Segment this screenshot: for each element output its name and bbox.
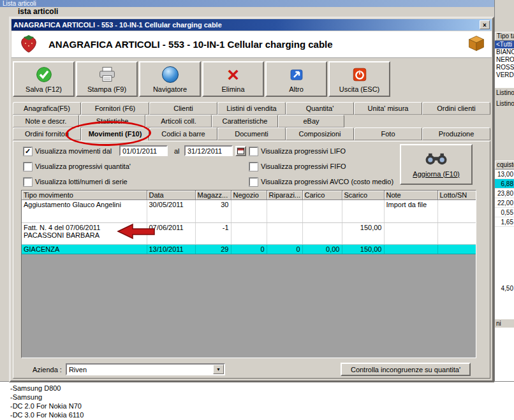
- list-item[interactable]: -DC 2.0 For Nokia N70: [10, 402, 514, 410]
- printer-icon: [98, 65, 117, 84]
- elimina-button[interactable]: × Elimina: [202, 61, 264, 97]
- delete-x-icon: ×: [227, 65, 239, 84]
- aggiorna-button[interactable]: Aggiorna (F10): [400, 144, 473, 185]
- column-header[interactable]: Riparazi...: [267, 191, 302, 199]
- price-cell-selected: 6,88: [495, 179, 514, 189]
- tab-fornitori[interactable]: Fornitori (F6): [81, 102, 149, 115]
- tab-articoli-coll[interactable]: Articoli coll.: [145, 115, 212, 127]
- list-item[interactable]: NERO: [495, 56, 514, 64]
- stampa-button[interactable]: Stampa (F9): [76, 61, 138, 97]
- cell-negozio: 0: [231, 244, 267, 254]
- close-button[interactable]: ×: [480, 20, 490, 29]
- uscita-button[interactable]: Uscita (ESC): [328, 61, 390, 97]
- column-header[interactable]: Carico: [302, 191, 342, 199]
- tab-composizioni[interactable]: Composizioni: [286, 127, 354, 140]
- checkbox-progressivi-quantita[interactable]: ✓ Visualizza progressivi quantita': [24, 161, 131, 171]
- list-item[interactable]: -Samsung D800: [10, 384, 514, 393]
- cell-riparazi: [267, 222, 302, 244]
- tab-codici-barre[interactable]: Codici a barre: [149, 127, 217, 140]
- checkbox-icon: ✓: [249, 178, 258, 186]
- strawberry-icon: [18, 33, 40, 56]
- checkbox-lotti-serie[interactable]: ✓ Visualizza lotti/numeri di serie: [24, 177, 128, 187]
- chevron-down-icon[interactable]: ▼: [213, 365, 224, 374]
- background-right-panel: Tipo ta <Tutti BIANC NERO ROSS VERD List…: [494, 0, 514, 381]
- calendar-button[interactable]: [235, 146, 246, 156]
- dialog-header: ANAGRAFICA ARTICOLI - 553 - 10-IN-1 Cell…: [11, 31, 492, 58]
- cell-data: 13/10/2011: [147, 244, 195, 254]
- checkbox-progressivi-avco[interactable]: ✓ Visualizza progressivi AVCO (costo med…: [249, 177, 393, 187]
- navigator-globe-icon: [162, 65, 179, 84]
- column-header[interactable]: Scarico: [342, 191, 384, 199]
- azienda-value: Riven: [67, 366, 213, 373]
- column-header[interactable]: Note: [384, 191, 437, 199]
- background-window-titlebar[interactable]: Lista articoli: [0, 0, 514, 7]
- tab-caratteristiche[interactable]: Caratteristiche: [212, 115, 278, 127]
- background-window-title: Lista articoli: [3, 0, 36, 7]
- calendar-icon: [237, 148, 244, 154]
- tab-ebay[interactable]: eBay: [278, 115, 344, 127]
- price-cell: 1,65: [495, 217, 514, 227]
- list-item[interactable]: -Samsung: [10, 393, 514, 402]
- grid-header-row: Tipo movimento Data Magazz... Negozio Ri…: [22, 191, 476, 199]
- page-title: ANAGRAFICA ARTICOLI - 553 - 10-IN-1 Cell…: [48, 39, 333, 50]
- column-header[interactable]: Negozio: [231, 191, 267, 199]
- cell-riparazi: [267, 199, 302, 222]
- table-row[interactable]: Aggiustamento Glauco Angelini 30/05/2011…: [22, 199, 476, 222]
- list-item[interactable]: BIANC: [495, 48, 514, 56]
- table-row-giacenza[interactable]: GIACENZA 13/10/2011 29 0 0 0,00 150,00: [22, 244, 476, 254]
- tab-foto[interactable]: Foto: [354, 127, 422, 140]
- tab-anagrafica[interactable]: Anagrafica(F5): [13, 102, 81, 115]
- tab-listini-vendita[interactable]: Listini di vendita: [217, 102, 286, 115]
- cell-carico: 0,00: [302, 244, 342, 254]
- cell-lotto: [437, 199, 476, 222]
- date-from-input[interactable]: [119, 145, 168, 156]
- controlla-incongruenze-button[interactable]: Controlla incongruenze su quantita': [341, 363, 471, 376]
- checkbox-progressivi-lifo[interactable]: ✓ Visualizza progressivi LIFO: [249, 146, 346, 156]
- cell-negozio: [231, 199, 267, 222]
- date-to-input[interactable]: [184, 145, 233, 156]
- navigatore-button[interactable]: Navigatore: [139, 61, 201, 97]
- column-header[interactable]: Tipo movimento: [22, 191, 147, 199]
- annotation-arrow: [116, 223, 156, 240]
- tab-unita-misura[interactable]: Unita' misura: [354, 102, 422, 115]
- list-item[interactable]: ROSS: [495, 64, 514, 71]
- background-price-header: cquisto: [495, 161, 514, 170]
- background-window-caption: ista articoli: [18, 7, 58, 16]
- column-header[interactable]: Magazz...: [195, 191, 231, 199]
- cell-note: [384, 222, 437, 244]
- dialog-title: ANAGRAFICA ARTICOLI - 553 - 10-IN-1 Cell…: [13, 21, 222, 29]
- tab-note-descr[interactable]: Note e descr.: [13, 115, 79, 127]
- background-table-area: [495, 328, 514, 381]
- background-filter-list: <Tutti BIANC NERO ROSS VERD: [495, 41, 514, 88]
- altro-button[interactable]: Altro: [265, 61, 327, 97]
- salva-button[interactable]: Salva (F12): [13, 61, 75, 97]
- checkbox-icon: ✓: [24, 147, 32, 156]
- tab-clienti[interactable]: Clienti: [149, 102, 217, 115]
- dialog-titlebar[interactable]: ANAGRAFICA ARTICOLI - 553 - 10-IN-1 Cell…: [11, 19, 492, 31]
- price-cell: 13,00: [495, 170, 514, 179]
- table-row[interactable]: Fatt. N. 4 del 07/06/2011 PACASSONI BARB…: [22, 222, 476, 244]
- listino-label: Listino: [496, 100, 514, 107]
- tab-ordini-clienti[interactable]: Ordini clienti: [422, 102, 490, 115]
- cell-note: [384, 244, 437, 254]
- list-item[interactable]: <Tutti: [495, 41, 514, 48]
- tab-produzione[interactable]: Produzione: [422, 127, 490, 140]
- column-header[interactable]: Data: [147, 191, 195, 199]
- price-cell: 22,00: [495, 198, 514, 208]
- cell-riparazi: 0: [267, 244, 302, 254]
- tab-quantita[interactable]: Quantita': [286, 102, 354, 115]
- checkbox-progressivi-fifo[interactable]: ✓ Visualizza progressivi FIFO: [249, 161, 346, 171]
- cell-scarico: 150,00: [342, 222, 384, 244]
- tab-documenti[interactable]: Documenti: [217, 127, 286, 140]
- list-item[interactable]: VERD: [495, 71, 514, 79]
- list-item[interactable]: -DC 3.0 For Nokia 6110: [10, 410, 514, 419]
- column-header[interactable]: Lotto/SN: [437, 191, 476, 199]
- azienda-select[interactable]: Riven ▼: [66, 363, 225, 375]
- background-price-table: 13,00 6,88 23,80 22,00 0,55 1,65 4,50: [495, 170, 514, 319]
- background-partial-label: ni: [495, 319, 514, 328]
- checkbox-visualizza-movimenti[interactable]: ✓ Visualizza movimenti dal: [24, 146, 112, 156]
- cell-data: 30/05/2011: [147, 199, 195, 222]
- altro-arrow-icon: [288, 65, 305, 84]
- filters-section: ✓ Visualizza movimenti dal al ✓ Visualiz…: [13, 141, 490, 190]
- cell-scarico: 150,00: [342, 244, 384, 254]
